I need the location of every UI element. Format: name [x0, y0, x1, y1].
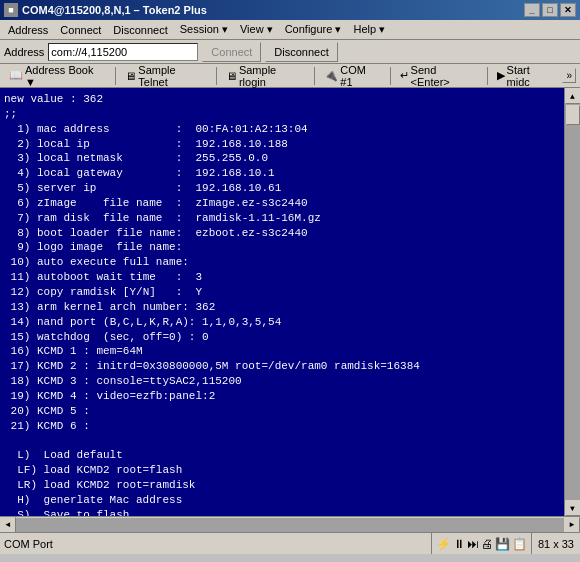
status-icon-2[interactable]: ⏸ [453, 537, 465, 551]
menu-session[interactable]: Session ▾ [174, 21, 234, 38]
status-port-label: COM Port [4, 538, 53, 550]
toolbar-sep-2 [216, 67, 217, 85]
sample-rlogin-button[interactable]: 🖥 Sample rlogin [221, 66, 310, 86]
menu-bar: Address Connect Disconnect Session ▾ Vie… [0, 20, 580, 40]
horizontal-scrollbar: ◄ ► [0, 516, 580, 532]
vertical-scrollbar: ▲ ▼ [564, 88, 580, 516]
address-label: Address [4, 46, 44, 58]
scroll-down-button[interactable]: ▼ [565, 500, 581, 516]
menu-help[interactable]: Help ▾ [347, 21, 391, 38]
scroll-thumb-v[interactable] [566, 105, 580, 125]
com1-button[interactable]: 🔌 COM #1 [319, 66, 385, 86]
minimize-button[interactable]: _ [524, 3, 540, 17]
toolbar-sep-5 [487, 67, 488, 85]
start-midc-label: Start midc [507, 64, 556, 88]
status-icon-5[interactable]: 💾 [495, 537, 510, 551]
window-title: COM4@115200,8,N,1 – Token2 Plus [22, 4, 207, 16]
menu-configure[interactable]: Configure ▾ [279, 21, 348, 38]
sample-telnet-icon: 🖥 [125, 70, 136, 82]
sample-rlogin-icon: 🖥 [226, 70, 237, 82]
status-icons-area: ⚡ ⏸ ⏭ 🖨 💾 📋 [432, 533, 532, 554]
scroll-right-button[interactable]: ► [564, 517, 580, 533]
send-enter-button[interactable]: ↵ Send <Enter> [395, 66, 483, 86]
scroll-track-v[interactable] [565, 104, 581, 500]
start-midc-icon: ▶ [497, 69, 505, 82]
scroll-up-button[interactable]: ▲ [565, 88, 581, 104]
terminal-content: new value : 362 ;; 1) mac address : 00:F… [4, 92, 560, 516]
status-icon-3[interactable]: ⏭ [467, 537, 479, 551]
scroll-left-button[interactable]: ◄ [0, 517, 16, 533]
status-port: COM Port [0, 533, 432, 554]
toolbar-sep-4 [390, 67, 391, 85]
menu-view[interactable]: View ▾ [234, 21, 279, 38]
address-bar: Address Connect Disconnect [0, 40, 580, 64]
title-bar: ■ COM4@115200,8,N,1 – Token2 Plus _ □ ✕ [0, 0, 580, 20]
status-dimensions-label: 81 x 33 [538, 538, 574, 550]
status-icon-4[interactable]: 🖨 [481, 537, 493, 551]
toolbar-sep-3 [314, 67, 315, 85]
start-midc-button[interactable]: ▶ Start midc [492, 66, 561, 86]
sample-telnet-label: Sample Telnet [138, 64, 207, 88]
send-enter-icon: ↵ [400, 69, 409, 82]
status-dimensions: 81 x 33 [532, 533, 580, 554]
toolbar-expand-button[interactable]: » [562, 68, 576, 83]
terminal-display[interactable]: new value : 362 ;; 1) mac address : 00:F… [0, 88, 564, 516]
address-book-icon: 📖 [9, 69, 23, 82]
connect-button[interactable]: Connect [202, 42, 261, 62]
com1-label: COM #1 [340, 64, 380, 88]
send-enter-label: Send <Enter> [411, 64, 478, 88]
status-icon-1[interactable]: ⚡ [436, 537, 451, 551]
terminal-area: new value : 362 ;; 1) mac address : 00:F… [0, 88, 580, 516]
app-icon: ■ [4, 3, 18, 17]
second-toolbar: 📖 Address Book ▼ 🖥 Sample Telnet 🖥 Sampl… [0, 64, 580, 88]
status-bar: COM Port ⚡ ⏸ ⏭ 🖨 💾 📋 81 x 33 [0, 532, 580, 554]
disconnect-button[interactable]: Disconnect [265, 42, 337, 62]
sample-telnet-button[interactable]: 🖥 Sample Telnet [120, 66, 212, 86]
com1-icon: 🔌 [324, 69, 338, 82]
close-button[interactable]: ✕ [560, 3, 576, 17]
address-book-button[interactable]: 📖 Address Book ▼ [4, 66, 111, 86]
address-input[interactable] [48, 43, 198, 61]
sample-rlogin-label: Sample rlogin [239, 64, 305, 88]
menu-address[interactable]: Address [2, 22, 54, 38]
scroll-track-h[interactable] [16, 518, 564, 532]
status-icon-6[interactable]: 📋 [512, 537, 527, 551]
menu-connect[interactable]: Connect [54, 22, 107, 38]
address-book-label: Address Book ▼ [25, 64, 106, 88]
toolbar-sep-1 [115, 67, 116, 85]
maximize-button[interactable]: □ [542, 3, 558, 17]
menu-disconnect[interactable]: Disconnect [107, 22, 173, 38]
